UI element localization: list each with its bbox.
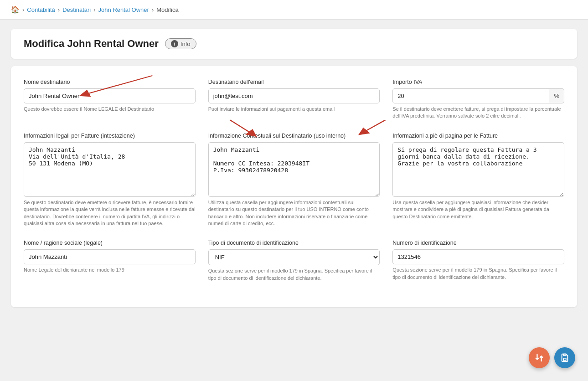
importo-iva-hint: Se il destinatario deve emettere fatture… [392, 106, 564, 120]
info-legali-hint: Se questo destinatario deve emettere o r… [24, 199, 196, 227]
nome-destinatario-label: Nome destinatario [24, 79, 196, 85]
form-row-1: Nome destinatario Questo dovrebbe essere… [24, 79, 564, 120]
breadcrumb-contabilita[interactable]: Contabilità [27, 6, 55, 13]
importo-iva-input[interactable] [392, 88, 549, 103]
info-pie-pagina-label: Informazioni a piè di pagina per le Fatt… [392, 133, 564, 139]
iva-suffix: % [549, 88, 564, 103]
tipo-documento-select[interactable]: NIF CIF Passaporto Altro [208, 249, 380, 265]
info-label: Info [181, 41, 191, 47]
breadcrumb-separator: › [152, 6, 154, 13]
email-destinatario-input[interactable] [208, 88, 380, 103]
info-contestuali-group: Informazione Contestuali sul Destinatari… [208, 133, 380, 227]
tipo-documento-group: Tipo di documento di identificazione NIF… [208, 240, 380, 282]
nome-destinatario-group: Nome destinatario Questo dovrebbe essere… [24, 79, 196, 120]
svg-line-2 [362, 120, 385, 133]
breadcrumb-john[interactable]: John Rental Owner [98, 6, 149, 13]
home-icon[interactable]: 🏠 [11, 5, 20, 14]
page-header: Modifica John Rental Owner i Info [11, 29, 577, 59]
info-pie-pagina-hint: Usa questa casella per aggiungere qualsi… [392, 199, 564, 220]
importo-iva-input-wrapper: % [392, 88, 564, 103]
breadcrumb-current: Modifica [156, 6, 178, 13]
nome-ragione-group: Nome / ragione sociale (legale) Nome Leg… [24, 240, 196, 282]
info-pie-pagina-textarea[interactable]: Si prega di regolare questa Fattura a 3 … [392, 142, 564, 197]
numero-identificazione-group: Numero di identificazione Questa sezione… [392, 240, 564, 282]
email-destinatario-label: Destinatario dell'email [208, 79, 380, 85]
tipo-documento-label: Tipo di documento di identificazione [208, 240, 380, 246]
numero-identificazione-label: Numero di identificazione [392, 240, 564, 246]
page-title: Modifica John Rental Owner [24, 38, 159, 50]
nome-destinatario-input[interactable] [24, 88, 196, 103]
email-destinatario-group: Destinatario dell'email Puoi inviare le … [208, 79, 380, 120]
breadcrumb-destinatari[interactable]: Destinatari [62, 6, 91, 13]
info-contestuali-hint: Utilizza questa casella per aggiungere i… [208, 199, 380, 227]
nome-destinatario-hint: Questo dovrebbe essere il Nome LEGALE de… [24, 106, 196, 113]
main-form-card: Nome destinatario Questo dovrebbe essere… [11, 66, 577, 307]
info-legali-textarea[interactable]: John Mazzanti Via dell'Unità d'Italia, 2… [24, 142, 196, 197]
nome-ragione-input[interactable] [24, 249, 196, 264]
form-row-2: Informazioni legali per Fatture (intesta… [24, 133, 564, 227]
info-contestuali-label: Informazione Contestuali sul Destinatari… [208, 133, 380, 139]
form-row-3: Nome / ragione sociale (legale) Nome Leg… [24, 240, 564, 282]
info-contestuali-textarea[interactable]: John Mazzanti Numero CC Intesa: 2203948I… [208, 142, 380, 197]
email-destinatario-hint: Puoi inviare le informazioni sui pagamen… [208, 106, 380, 113]
importo-iva-group: Importo IVA % Se il destinatario deve em… [392, 79, 564, 120]
info-button[interactable]: i Info [165, 38, 196, 49]
info-icon: i [171, 40, 178, 47]
info-legali-group: Informazioni legali per Fatture (intesta… [24, 133, 196, 227]
breadcrumb-separator: › [22, 6, 24, 13]
breadcrumb: 🏠 › Contabilità › Destinatari › John Ren… [0, 0, 588, 20]
importo-iva-label: Importo IVA [392, 79, 564, 85]
numero-identificazione-hint: Questa sezione serve per il modello 179 … [392, 267, 564, 281]
nome-ragione-label: Nome / ragione sociale (legale) [24, 240, 196, 246]
tipo-documento-hint: Questa sezione serve per il modello 179 … [208, 268, 380, 282]
info-legali-label: Informazioni legali per Fatture (intesta… [24, 133, 196, 139]
breadcrumb-separator: › [58, 6, 60, 13]
numero-identificazione-input[interactable] [392, 249, 564, 264]
nome-ragione-hint: Nome Legale del dichiarante nel modello … [24, 267, 196, 273]
info-pie-pagina-group: Informazioni a piè di pagina per le Fatt… [392, 133, 564, 227]
breadcrumb-separator: › [93, 6, 95, 13]
